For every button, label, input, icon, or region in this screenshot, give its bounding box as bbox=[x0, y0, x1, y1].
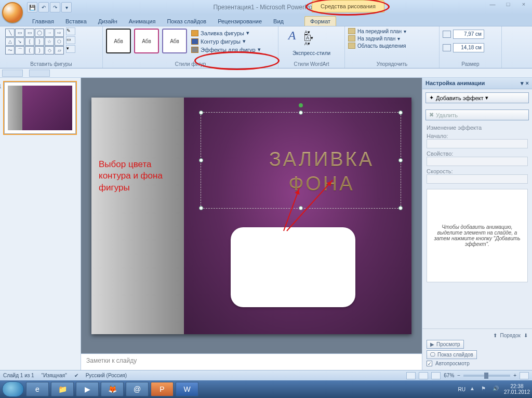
tab-view[interactable]: Вид bbox=[268, 17, 289, 26]
shape-outline-button[interactable]: Контур фигуры ▾ bbox=[191, 38, 261, 45]
task-powerpoint[interactable]: P bbox=[151, 382, 174, 396]
rounded-rectangle-shape[interactable] bbox=[231, 227, 355, 307]
tab-slideshow[interactable]: Показ слайдов bbox=[162, 17, 211, 26]
shape-effects-button[interactable]: Эффекты для фигур ▾ bbox=[191, 46, 261, 53]
shape-fill-button[interactable]: Заливка фигуры ▾ bbox=[191, 30, 261, 36]
shape-style-gallery[interactable]: Абв Абв Абв bbox=[106, 29, 187, 53]
remove-effect-button: ✖Удалить bbox=[425, 109, 529, 120]
bucket-icon bbox=[191, 30, 198, 36]
language-indicator[interactable]: Русский (Россия) bbox=[86, 373, 127, 378]
wordart-gallery[interactable]: A bbox=[282, 29, 302, 49]
maximize-button[interactable]: □ bbox=[503, 1, 513, 8]
zoom-level[interactable]: 67% bbox=[444, 373, 454, 378]
task-word[interactable]: W bbox=[176, 382, 198, 396]
shape-width[interactable]: 14,18 см bbox=[443, 43, 498, 52]
send-to-back-button[interactable]: На задний план ▾ bbox=[348, 35, 436, 42]
zoom-in-icon[interactable]: + bbox=[513, 373, 516, 378]
slides-tab-button[interactable] bbox=[29, 70, 50, 77]
task-firefox[interactable]: 🦊 bbox=[101, 382, 124, 396]
group-label-shapes: Вставить фигуры bbox=[0, 61, 102, 67]
wordart-title[interactable]: ЗАЛИВКА ФОНА bbox=[247, 147, 396, 197]
save-icon[interactable]: 💾 bbox=[27, 2, 37, 12]
wordart-outline[interactable]: A▾ bbox=[304, 35, 313, 40]
zoom-out-icon[interactable]: − bbox=[457, 373, 460, 378]
slide[interactable]: Выбор цвета контура и фона фигуры ЗАЛИВК… bbox=[91, 98, 411, 334]
shapes-gallery[interactable]: ╲▭▭◯→⇨ △↘{}☆⬡ 〜⌒()◇▱ bbox=[5, 29, 64, 54]
add-effect-button[interactable]: ✦Добавить эффект ▾ bbox=[425, 92, 529, 103]
office-button[interactable] bbox=[2, 2, 23, 23]
resize-handle[interactable] bbox=[398, 158, 403, 162]
resize-handle[interactable] bbox=[199, 111, 203, 115]
normal-view-button[interactable] bbox=[406, 372, 416, 379]
wordart-effects[interactable]: A▾ bbox=[304, 41, 313, 46]
qat-more-icon[interactable]: ▾ bbox=[61, 2, 72, 12]
tab-format[interactable]: Формат bbox=[304, 16, 336, 26]
outline-tab-button[interactable] bbox=[2, 70, 23, 77]
taskpane-close-button[interactable]: × bbox=[526, 80, 529, 87]
slide-thumbnail-1[interactable]: 1 bbox=[4, 82, 76, 134]
shape-height[interactable]: 7,97 см bbox=[443, 30, 498, 39]
style-preset-3[interactable]: Абв bbox=[162, 29, 187, 53]
resize-handle[interactable] bbox=[299, 111, 303, 115]
back-icon bbox=[348, 35, 355, 42]
style-preset-2[interactable]: Абв bbox=[134, 29, 159, 53]
tray-network-icon[interactable]: ⚑ bbox=[481, 386, 488, 393]
task-explorer[interactable]: 📁 bbox=[51, 382, 74, 396]
undo-icon[interactable]: ↶ bbox=[38, 2, 49, 12]
task-ie[interactable]: e bbox=[26, 382, 49, 396]
selection-pane-button[interactable]: Область выделения bbox=[348, 43, 436, 49]
tab-animation[interactable]: Анимация bbox=[124, 17, 161, 26]
speed-select[interactable] bbox=[427, 174, 528, 184]
titlebar: 💾 ↶ ↷ ▾ Презентация1 - Microsoft PowerPo… bbox=[0, 0, 532, 15]
wordart-fill[interactable]: A▾ bbox=[304, 30, 313, 35]
thumb-number: 1 bbox=[0, 84, 2, 89]
resize-handle[interactable] bbox=[199, 158, 203, 162]
tray-lang[interactable]: RU bbox=[458, 387, 465, 392]
taskpane-dropdown-icon[interactable]: ▾ bbox=[521, 80, 524, 87]
minimize-button[interactable]: — bbox=[487, 1, 498, 8]
tray-volume-icon[interactable]: 🔊 bbox=[493, 386, 500, 393]
order-down-icon[interactable]: ⬇ bbox=[524, 333, 528, 338]
sorter-view-button[interactable] bbox=[419, 372, 428, 379]
start-select[interactable] bbox=[427, 139, 528, 148]
windows-taskbar: e 📁 ▶ 🦊 @ P W RU ▲ ⚑ 🔊 22:38 27.01.2012 bbox=[0, 380, 532, 398]
close-button[interactable]: × bbox=[518, 1, 529, 8]
start-button[interactable] bbox=[2, 381, 24, 397]
task-media[interactable]: ▶ bbox=[76, 382, 99, 396]
style-preset-1[interactable]: Абв bbox=[106, 29, 131, 53]
slideshow-view-button[interactable] bbox=[431, 372, 441, 379]
notes-pane[interactable]: Заметки к слайду bbox=[81, 353, 422, 370]
height-icon bbox=[443, 31, 451, 38]
rotate-handle-icon[interactable] bbox=[299, 103, 303, 107]
speed-label: Скорость: bbox=[427, 168, 528, 174]
shapes-more[interactable]: ✎▭▾ bbox=[66, 28, 75, 54]
redo-icon[interactable]: ↷ bbox=[50, 2, 60, 12]
resize-handle[interactable] bbox=[398, 111, 403, 115]
group-shape-styles: Абв Абв Абв Заливка фигуры ▾ Контур фигу… bbox=[103, 26, 278, 68]
resize-handle[interactable] bbox=[199, 206, 203, 210]
tab-insert[interactable]: Вставка bbox=[60, 17, 92, 26]
property-select[interactable] bbox=[427, 157, 528, 166]
bring-to-front-button[interactable]: На передний план ▾ bbox=[348, 28, 436, 34]
task-mail[interactable]: @ bbox=[126, 382, 149, 396]
tab-design[interactable]: Дизайн bbox=[93, 17, 123, 26]
workspace: 1 Выбор цвета контура и фона фигуры bbox=[0, 78, 532, 370]
resize-handle[interactable] bbox=[299, 206, 303, 210]
window-title: Презентация1 - Microsoft PowerPoint bbox=[213, 4, 318, 11]
tab-home[interactable]: Главная bbox=[27, 17, 59, 26]
tray-flag-icon[interactable]: ▲ bbox=[470, 386, 477, 393]
effects-icon bbox=[191, 47, 198, 53]
slide-canvas-area[interactable]: Выбор цвета контура и фона фигуры ЗАЛИВК… bbox=[81, 78, 422, 353]
thumbnail-panel[interactable]: 1 bbox=[0, 78, 81, 370]
tab-review[interactable]: Рецензирование bbox=[212, 17, 267, 26]
autopreview-checkbox[interactable]: ✓ bbox=[427, 361, 432, 366]
preview-button[interactable]: ▶ Просмотр bbox=[427, 340, 464, 349]
group-arrange: На передний план ▾ На задний план ▾ Обла… bbox=[345, 26, 440, 68]
zoom-slider[interactable] bbox=[463, 375, 510, 377]
slideshow-button[interactable]: 🖵 Показ слайдов bbox=[427, 350, 477, 359]
tray-clock[interactable]: 22:38 27.01.2012 bbox=[504, 383, 530, 395]
resize-handle[interactable] bbox=[398, 206, 403, 210]
spellcheck-icon[interactable]: ✔ bbox=[74, 373, 78, 378]
fit-to-window-button[interactable] bbox=[520, 372, 529, 379]
order-up-icon[interactable]: ⬆ bbox=[493, 333, 497, 338]
